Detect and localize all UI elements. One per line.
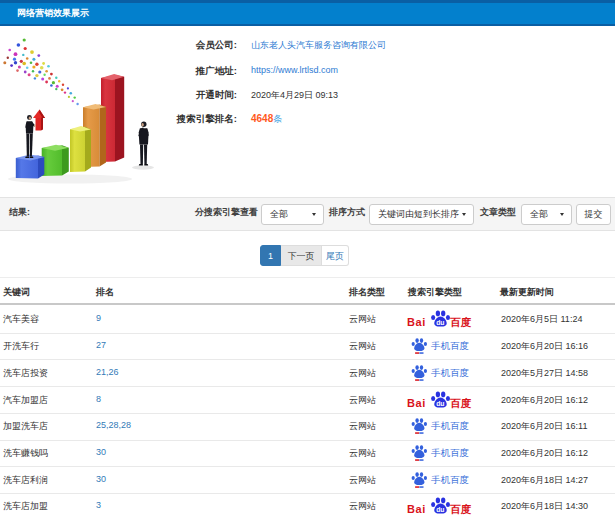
svg-text:百度: 百度 <box>450 316 472 328</box>
svg-text:Bai: Bai <box>407 397 426 409</box>
svg-text:du: du <box>436 400 444 407</box>
svg-text:du: du <box>436 319 444 326</box>
svg-text:百度: 百度 <box>450 397 472 409</box>
svg-text:du: du <box>436 506 444 513</box>
svg-text:Bai: Bai <box>407 503 426 515</box>
svg-text:百度: 百度 <box>450 503 472 515</box>
svg-text:Bai: Bai <box>407 316 426 328</box>
